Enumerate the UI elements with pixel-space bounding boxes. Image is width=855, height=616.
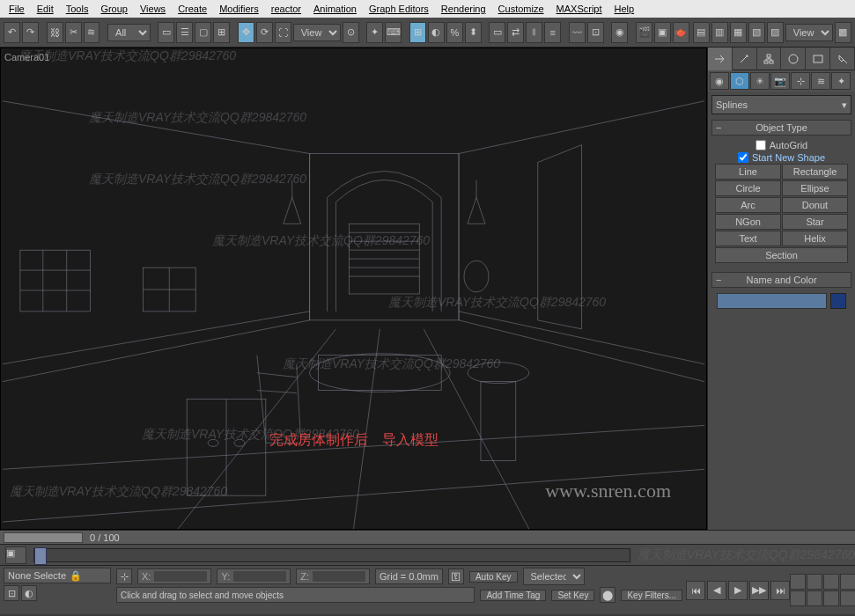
menu-grapheditors[interactable]: Graph Editors (364, 2, 434, 16)
set-key-large-button[interactable]: ⬤ (600, 587, 615, 603)
timeline-track[interactable] (33, 548, 630, 562)
tool-a-button[interactable]: ▤ (693, 22, 710, 43)
time-slider-thumb[interactable] (4, 532, 83, 543)
zoom-all-button[interactable] (807, 574, 822, 590)
pivot-button[interactable]: ⊙ (343, 22, 359, 43)
selection-filter-dropdown[interactable]: All (107, 24, 151, 41)
menu-tools[interactable]: Tools (61, 2, 94, 16)
name-color-rollout-header[interactable]: − Name and Color (711, 272, 851, 288)
material-editor-button[interactable]: ◉ (611, 22, 628, 43)
absolute-mode-button[interactable]: ⊹ (116, 568, 132, 584)
prev-frame-button[interactable]: ◀ (707, 581, 726, 600)
display-tab[interactable] (806, 48, 830, 70)
maximize-viewport-button[interactable] (840, 590, 856, 606)
lights-subtab[interactable]: ☀ (750, 72, 770, 90)
tool-f-button[interactable]: ▩ (835, 22, 851, 43)
star-button[interactable]: Star (782, 214, 848, 230)
section-button[interactable]: Section (715, 247, 848, 263)
category-dropdown[interactable]: Splines ▾ (711, 95, 851, 114)
arc-button[interactable]: Arc (715, 197, 781, 213)
ngon-button[interactable]: NGon (715, 214, 781, 230)
systems-subtab[interactable]: ✦ (831, 72, 851, 90)
lock-icon[interactable]: 🔒 (70, 570, 82, 582)
select-object-button[interactable]: ▭ (158, 22, 174, 43)
object-type-rollout-header[interactable]: − Object Type (711, 120, 851, 136)
helix-button[interactable]: Helix (782, 231, 848, 246)
named-selection-button[interactable]: ▭ (489, 22, 505, 43)
time-slider-bar[interactable]: 0 / 100 (0, 530, 855, 544)
donut-button[interactable]: Donut (782, 197, 848, 213)
next-frame-button[interactable]: ▶▶ (749, 581, 769, 600)
goto-start-button[interactable]: ⏮ (686, 581, 705, 600)
goto-end-button[interactable]: ⏭ (770, 581, 790, 600)
menu-animation[interactable]: Animation (308, 2, 362, 16)
align-button[interactable]: ⫴ (526, 22, 542, 43)
key-filters-button[interactable]: Key Filters... (621, 590, 682, 601)
select-scale-button[interactable]: ⛶ (275, 22, 291, 43)
unlink-button[interactable]: ✂ (65, 22, 82, 43)
percent-snap-button[interactable]: % (446, 22, 463, 43)
geometry-subtab[interactable]: ◉ (710, 72, 729, 90)
selection-lock-button[interactable]: ⊡ (4, 585, 19, 601)
select-region-button[interactable]: ▢ (195, 22, 211, 43)
autogrid-checkbox[interactable] (755, 140, 766, 150)
menu-maxscript[interactable]: MAXScript (551, 2, 608, 16)
fov-button[interactable] (790, 590, 806, 606)
menu-group[interactable]: Group (95, 2, 133, 16)
circle-button[interactable]: Circle (715, 180, 781, 196)
key-target-dropdown[interactable]: Selected (523, 568, 585, 585)
object-color-swatch[interactable] (830, 293, 846, 309)
timeline-slider[interactable] (34, 547, 47, 565)
isolate-button[interactable]: ◐ (21, 585, 37, 601)
pan-button[interactable] (807, 590, 822, 606)
y-field[interactable] (233, 571, 286, 582)
bind-spacewarp-button[interactable]: ≋ (84, 22, 100, 43)
x-field[interactable] (154, 571, 207, 582)
z-field[interactable] (313, 571, 365, 582)
menu-customize[interactable]: Customize (493, 2, 549, 16)
view-shading-dropdown[interactable]: View (785, 24, 833, 41)
zoom-button[interactable] (790, 574, 806, 590)
schematic-view-button[interactable]: ⊡ (587, 22, 604, 43)
line-button[interactable]: Line (715, 164, 781, 180)
track-toggle[interactable]: ▣ (5, 546, 26, 564)
utilities-tab[interactable] (830, 48, 855, 70)
orbit-button[interactable] (823, 590, 839, 606)
select-by-name-button[interactable]: ☰ (176, 22, 193, 43)
manipulate-button[interactable]: ✦ (366, 22, 383, 43)
select-rotate-button[interactable]: ⟳ (256, 22, 273, 43)
create-tab[interactable] (708, 48, 733, 70)
tool-c-button[interactable]: ▦ (730, 22, 747, 43)
curve-editor-button[interactable]: 〰 (569, 22, 586, 43)
render-button[interactable]: 🫖 (673, 22, 689, 43)
angle-snap-button[interactable]: ◐ (428, 22, 445, 43)
window-crossing-button[interactable]: ⊞ (213, 22, 230, 43)
spinner-snap-button[interactable]: ⬍ (465, 22, 482, 43)
mirror-button[interactable]: ⇄ (507, 22, 524, 43)
modify-tab[interactable] (733, 48, 757, 70)
object-name-field[interactable] (717, 293, 827, 309)
menu-views[interactable]: Views (135, 2, 171, 16)
undo-button[interactable]: ↶ (4, 22, 20, 43)
key-mode-button[interactable]: ⚿ (448, 568, 464, 584)
tool-e-button[interactable]: ▨ (767, 22, 784, 43)
menu-modifiers[interactable]: Modifiers (214, 2, 264, 16)
play-button[interactable]: ▶ (728, 581, 748, 600)
menu-help[interactable]: Help (609, 2, 640, 16)
menu-file[interactable]: File (4, 2, 30, 16)
menu-create[interactable]: Create (173, 2, 212, 16)
ref-coord-dropdown[interactable]: View (293, 24, 341, 41)
cameras-subtab[interactable]: 📷 (770, 72, 790, 90)
text-button[interactable]: Text (715, 231, 781, 246)
menu-rendering[interactable]: Rendering (436, 2, 491, 16)
viewport-camera[interactable]: Camera01 (0, 48, 707, 530)
start-new-shape-checkbox[interactable] (738, 152, 748, 163)
motion-tab[interactable] (781, 48, 806, 70)
rectangle-button[interactable]: Rectangle (782, 164, 848, 180)
helpers-subtab[interactable]: ⊹ (791, 72, 810, 90)
render-setup-button[interactable]: 🎬 (636, 22, 652, 43)
tool-d-button[interactable]: ▧ (748, 22, 765, 43)
redo-button[interactable]: ↷ (22, 22, 39, 43)
ellipse-button[interactable]: Ellipse (782, 180, 848, 196)
zoom-extents-all-button[interactable] (840, 574, 856, 590)
